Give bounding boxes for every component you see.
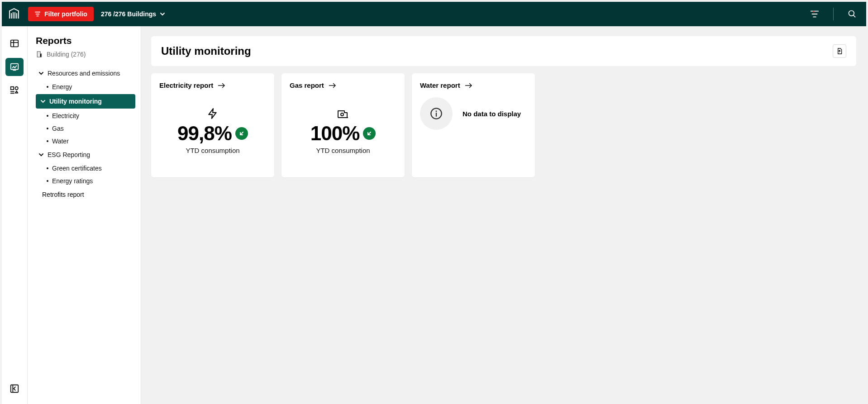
nav-item-gas-label: Gas <box>52 125 64 132</box>
filter-icon <box>34 11 41 17</box>
card-electricity: Electricity report 99,8% <box>151 73 274 177</box>
nav-item-utility-label: Utility monitoring <box>49 98 102 105</box>
gas-value: 100% <box>310 122 360 145</box>
chevron-down-icon <box>160 11 165 17</box>
svg-rect-1 <box>11 40 19 47</box>
cards-row: Electricity report 99,8% <box>151 73 856 177</box>
info-icon <box>420 97 453 130</box>
svg-point-9 <box>435 110 437 112</box>
export-button[interactable] <box>833 44 846 58</box>
trend-down-badge <box>235 127 248 140</box>
app-logo[interactable] <box>7 7 21 21</box>
filter-portfolio-button[interactable]: Filter portfolio <box>28 7 94 21</box>
nav-item-retrofits-label: Retrofits report <box>42 191 84 198</box>
scope-label: Building (276) <box>47 51 86 58</box>
electricity-value: 99,8% <box>177 122 232 145</box>
topbar-divider <box>833 8 834 20</box>
nav-item-gas[interactable]: Gas <box>36 122 136 135</box>
rail-collapse-button[interactable] <box>5 380 24 398</box>
card-electricity-title: Electricity report <box>159 81 213 89</box>
bullet-icon <box>47 128 48 129</box>
nav-item-energy-ratings[interactable]: Energy ratings <box>36 175 136 187</box>
nav-item-electricity-label: Electricity <box>52 112 79 119</box>
buildings-count-dropdown[interactable]: 276 /276 Buildings <box>101 10 165 18</box>
card-electricity-link[interactable]: Electricity report <box>159 81 266 89</box>
page-header: Utility monitoring <box>151 36 856 66</box>
topbar: Filter portfolio 276 /276 Buildings <box>2 2 866 26</box>
search-button[interactable] <box>844 5 861 23</box>
svg-rect-5 <box>11 385 19 393</box>
filter-favorites-button[interactable] <box>806 5 823 23</box>
bullet-icon <box>47 140 48 142</box>
page-title: Utility monitoring <box>161 45 251 57</box>
rail-item-widgets[interactable] <box>5 81 24 100</box>
bullet-icon <box>47 115 48 117</box>
nav-item-green-label: Green certificates <box>52 165 102 172</box>
gas-icon <box>337 108 349 119</box>
nav-item-water-label: Water <box>52 138 69 145</box>
nav-group-esg[interactable]: ESG Reporting <box>36 147 136 162</box>
card-water-title: Water report <box>420 81 460 89</box>
nav-rail <box>2 26 28 404</box>
card-water-link[interactable]: Water report <box>420 81 527 89</box>
rail-item-reports[interactable] <box>5 58 24 76</box>
chevron-down-icon <box>38 152 44 157</box>
gas-caption: YTD consumption <box>316 147 370 154</box>
nav-group-esg-label: ESG Reporting <box>48 151 90 158</box>
card-gas: Gas report 100% YTD consu <box>281 73 405 177</box>
water-nodata-text: No data to display <box>463 110 521 118</box>
file-export-icon <box>836 48 843 55</box>
electricity-icon <box>207 108 219 119</box>
scope-selector[interactable]: Building (276) <box>36 51 136 58</box>
card-gas-title: Gas report <box>290 81 324 89</box>
svg-rect-2 <box>11 64 19 70</box>
arrow-right-icon <box>218 82 226 89</box>
nav-item-electricity[interactable]: Electricity <box>36 109 136 122</box>
buildings-count-label: 276 /276 Buildings <box>101 10 156 18</box>
main-content: Utility monitoring Electricity report <box>141 26 866 404</box>
svg-point-4 <box>15 87 18 90</box>
card-water: Water report No data to display <box>412 73 535 177</box>
nav-item-green-certificates[interactable]: Green certificates <box>36 162 136 175</box>
electricity-caption: YTD consumption <box>186 147 239 154</box>
collapse-icon <box>10 384 19 394</box>
nav-item-water[interactable]: Water <box>36 135 136 147</box>
rail-item-table[interactable] <box>5 34 24 52</box>
sidebar: Reports Building (276) Resources and emi… <box>28 26 141 404</box>
sidebar-title: Reports <box>36 35 136 46</box>
nav-group-resources[interactable]: Resources and emissions <box>36 66 136 81</box>
building-icon <box>36 51 43 58</box>
bullet-icon <box>47 180 48 182</box>
chevron-down-icon <box>38 71 44 76</box>
chevron-down-icon <box>40 99 46 104</box>
search-icon <box>848 10 857 19</box>
nav-item-retrofits[interactable]: Retrofits report <box>36 187 136 202</box>
svg-rect-3 <box>11 87 14 90</box>
arrow-right-icon <box>329 82 337 89</box>
arrow-right-icon <box>465 82 473 89</box>
nav-group-resources-label: Resources and emissions <box>48 70 120 77</box>
card-gas-link[interactable]: Gas report <box>290 81 396 89</box>
nav-item-utility-monitoring[interactable]: Utility monitoring <box>36 94 135 109</box>
bullet-icon <box>47 86 48 88</box>
filter-button-label: Filter portfolio <box>44 10 87 18</box>
bullet-icon <box>47 167 48 169</box>
svg-point-7 <box>341 113 343 116</box>
trend-down-badge <box>363 127 376 140</box>
nav-item-ratings-label: Energy ratings <box>52 177 93 185</box>
nav-item-energy-label: Energy <box>52 83 72 90</box>
svg-rect-6 <box>37 52 40 57</box>
nav-item-energy[interactable]: Energy <box>36 81 136 93</box>
